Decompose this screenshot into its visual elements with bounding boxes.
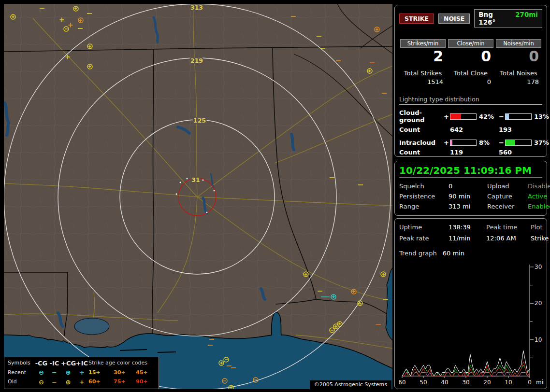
capture-value: Active (528, 193, 550, 200)
total-close-value: 0 (448, 78, 493, 85)
plot-header: Plot (531, 224, 549, 231)
rate-counters: Strikes/min 2 Total Strikes 1514 Close/m… (400, 39, 541, 85)
legend-ncg-header: -CG (35, 359, 48, 368)
receiver-label: Receiver (487, 203, 528, 210)
legend-symbol-glyph: − (48, 378, 61, 387)
plus-sign: + (444, 113, 450, 120)
plot-mode-value: Strike (531, 235, 549, 242)
strikes-counter-column: Strikes/min 2 Total Strikes 1514 (400, 39, 446, 85)
legend-age-code: 15+ (88, 369, 114, 377)
peak-rate-value: 11/min (449, 235, 486, 242)
uptime-label: Uptime (399, 224, 449, 231)
strike-button[interactable]: STRIKE (399, 14, 434, 24)
total-strikes-value: 1514 (400, 78, 446, 85)
session-grid: Uptime 138:39 Peak time Plot Peak rate 1… (399, 224, 542, 242)
cloud-ground-row: Cloud-ground + 42% − 13% (399, 109, 542, 124)
trend-graph-label: Trend graph (399, 250, 437, 257)
total-noises-label: Total Noises (496, 70, 541, 77)
trend-graph: 1020306050403020100min (399, 259, 544, 385)
divider (399, 177, 542, 178)
ring-label-313: 313 (190, 4, 203, 11)
total-noises-value: 178 (496, 78, 541, 85)
panel-session: Uptime 138:39 Peak time Plot Peak rate 1… (394, 218, 547, 389)
ring-label-219: 219 (190, 57, 203, 64)
mode-toolbar: STRIKE NOISE Bng 126° 270mi (399, 9, 542, 28)
legend-pic-header: +IC (75, 359, 88, 368)
legend-header-row: Symbols -CG -IC +CG +IC Strike age color… (8, 359, 155, 368)
squelch-label: Squelch (399, 182, 449, 190)
noise-button[interactable]: NOISE (438, 14, 470, 24)
ic-positive-bar (450, 140, 477, 146)
noises-counter-column: Noises/min 0 Total Noises 178 (496, 39, 541, 85)
legend-row-old: Old⊖−⊕+60+75+90+ (8, 378, 155, 387)
strikes-per-min-value: 2 (400, 48, 446, 65)
trend-series-noise (402, 373, 530, 377)
legend-age-code: 60+ (88, 378, 114, 386)
recent-strike-dot (203, 180, 204, 181)
upload-label: Upload (487, 182, 528, 190)
cloud-ground-label: Cloud-ground (399, 109, 444, 124)
total-strikes-label: Total Strikes (400, 70, 446, 77)
squelch-value: 0 (449, 182, 487, 190)
trend-x-tick-label: 10 (505, 379, 512, 385)
lake-pontchartrain (74, 318, 109, 335)
count-label: Count (399, 126, 450, 133)
bearing-value: Bng 126° (478, 11, 509, 26)
close-per-min-value: 0 (448, 48, 493, 65)
trend-window-value: 60 min (443, 250, 464, 257)
legend-symbol-glyph: ⊖ (35, 368, 48, 378)
bearing-range-value: 270mi (515, 11, 538, 26)
trend-x-tick-label: 40 (441, 379, 448, 385)
panel-counters: STRIKE NOISE Bng 126° 270mi Strikes/min … (394, 5, 547, 157)
intracloud-count-row: Count 119 560 (399, 149, 542, 156)
cg-positive-pct: 42% (477, 113, 499, 120)
cg-negative-pct: 13% (532, 113, 550, 120)
recent-strike-dot (206, 212, 208, 213)
trend-x-tick-label: 30 (462, 379, 469, 385)
legend-age-code: 75+ (114, 378, 136, 386)
cg-negative-bar (505, 113, 532, 120)
cg-negative-count: 193 (499, 126, 550, 133)
legend-symbol-glyph: + (75, 368, 88, 378)
close-per-min-chip[interactable]: Close/min (448, 39, 493, 48)
capture-label: Capture (487, 193, 528, 200)
noises-per-min-value: 0 (496, 48, 541, 65)
trend-axes (402, 265, 534, 378)
map-svg: 31 125 219 313 (4, 4, 392, 389)
ic-negative-bar (505, 140, 532, 146)
peak-rate-label: Peak rate (399, 235, 449, 242)
legend-age-code: 45+ (136, 369, 155, 377)
cg-positive-bar (450, 113, 477, 120)
bearing-readout: Bng 126° 270mi (474, 9, 542, 28)
trend-x-unit-label: min (536, 379, 544, 385)
minus-sign: − (499, 113, 505, 120)
legend-symbol-glyph: ⊖ (35, 378, 48, 387)
persistence-label: Persistence (399, 193, 449, 200)
receiver-value: Enabled (528, 203, 550, 210)
ic-negative-pct: 37% (532, 139, 550, 146)
cg-positive-count: 642 (450, 126, 499, 133)
lightning-map[interactable]: 31 125 219 313 Symbols -CG -IC +CG +IC S… (4, 4, 392, 389)
trend-x-tick-label: 20 (483, 379, 491, 385)
close-counter-column: Close/min 0 Total Close 0 (448, 39, 493, 85)
legend-age-title: Strike age color codes (88, 359, 155, 367)
datetime-display: 10/22/2025 11:09:16 PM (399, 165, 542, 176)
range-label: Range (399, 203, 449, 210)
strikes-per-min-chip[interactable]: Strikes/min (400, 39, 446, 48)
legend-rows: Recent⊖−⊕+15+30+45+Old⊖−⊕+60+75+90+ (8, 368, 155, 387)
persistence-value: 90 min (449, 193, 487, 200)
trend-x-tick-label: 50 (420, 379, 427, 385)
app-window: { "header": { "strike_label": "STRIKE", … (0, 0, 550, 392)
legend-symbol-glyph: ⊕ (61, 378, 75, 387)
trend-graph-row: Trend graph 60 min (399, 250, 542, 257)
range-value: 313 mi (449, 203, 487, 210)
legend-age-code: 30+ (114, 369, 136, 377)
legend-symbol-glyph: + (75, 378, 88, 387)
plus-sign: + (444, 139, 450, 146)
trend-y-tick-label: 10 (535, 336, 542, 343)
panel-status: 10/22/2025 11:09:16 PM Squelch 0 Upload … (394, 161, 547, 216)
noises-per-min-chip[interactable]: Noises/min (496, 39, 541, 48)
trend-series-intracloud (402, 365, 530, 376)
trend-x-tick-label: 60 (399, 379, 406, 385)
count-label: Count (399, 149, 450, 156)
